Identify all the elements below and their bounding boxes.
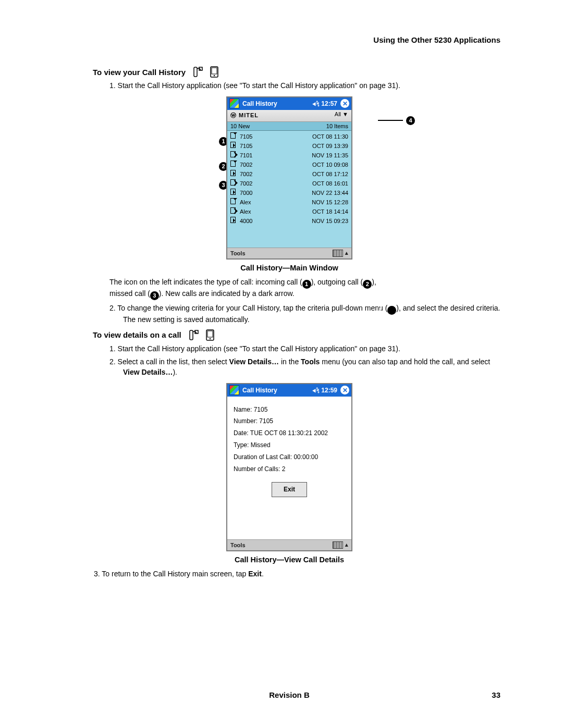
out-call-icon — [230, 217, 238, 223]
svg-rect-5 — [190, 330, 193, 340]
up-arrow-icon[interactable]: ▴ — [345, 250, 348, 256]
detail-number: Number: 7105 — [234, 415, 345, 427]
in-call-icon — [230, 161, 238, 167]
call-row[interactable]: AlexNOV 15 12:28 — [227, 198, 351, 207]
pda-icon — [210, 66, 219, 78]
svg-rect-8 — [207, 331, 213, 337]
keyboard-icon[interactable] — [333, 541, 343, 549]
call-number: 4000 — [240, 217, 268, 225]
brand-label: ⓦ MITEL — [230, 112, 259, 119]
pda-title: Call History — [242, 100, 277, 107]
new-count: 10 New — [230, 123, 250, 129]
call-datetime: OCT 08 17:12 — [312, 170, 348, 178]
call-datetime: OCT 09 13:39 — [312, 142, 348, 150]
in-call-icon — [230, 198, 238, 204]
call-number: 7101 — [240, 151, 268, 159]
call-number: Alex — [240, 198, 268, 206]
revision-label: Revision B — [269, 690, 310, 699]
figure-caption: Call History—Main Window — [78, 264, 500, 272]
call-row[interactable]: 7105OCT 08 11:30 — [227, 132, 351, 141]
call-list: 7105OCT 08 11:307105OCT 09 13:397101NOV … — [227, 131, 351, 248]
call-row[interactable]: 4000NOV 15 09:23 — [227, 216, 351, 226]
windows-flag-icon — [229, 385, 239, 395]
call-datetime: NOV 15 09:23 — [312, 217, 348, 225]
detail-type: Type: Missed — [234, 439, 345, 451]
step-text: Select a call in the list, then select V… — [109, 357, 500, 377]
call-row[interactable]: 7000NOV 22 13:44 — [227, 188, 351, 198]
miss-call-icon — [230, 179, 238, 186]
brand-bar: ⓦ MITEL All ▼ — [227, 110, 351, 122]
call-number: 7000 — [240, 189, 268, 197]
pda-time: ◀ᛪ 12:57 — [312, 100, 337, 107]
miss-call-icon — [230, 151, 238, 157]
detail-calls: Number of Calls: 2 — [234, 463, 345, 475]
icon-explanation: The icon on the left indicates the type … — [109, 277, 500, 300]
call-row[interactable]: 7002OCT 08 16:01 — [227, 179, 351, 188]
call-number: 7002 — [240, 179, 268, 188]
items-count: 10 Items — [326, 123, 348, 129]
step-text: Start the Call History application (see … — [109, 81, 500, 91]
call-number: 7105 — [240, 142, 268, 150]
section-title: To view your Call History — [93, 68, 186, 77]
call-number: 7105 — [240, 132, 268, 141]
pda-title: Call History — [242, 387, 277, 394]
windows-flag-icon — [229, 98, 239, 108]
close-icon[interactable]: ✕ — [340, 99, 349, 108]
pda-icon — [205, 329, 215, 341]
handset-icon — [193, 66, 206, 78]
page-number: 33 — [492, 690, 500, 699]
miss-call-icon — [230, 207, 238, 214]
step-text: To return to the Call History main scree… — [94, 569, 500, 579]
figure-caption: Call History—View Call Details — [78, 556, 500, 564]
detail-body: Name: 7105 Number: 7105 Date: TUE OCT 08… — [227, 397, 351, 539]
call-datetime: OCT 10 09:08 — [312, 161, 348, 169]
tools-menu[interactable]: Tools — [230, 250, 246, 256]
up-arrow-icon[interactable]: ▴ — [345, 541, 348, 548]
call-datetime: NOV 22 13:44 — [312, 189, 348, 197]
pda-time: ◀ᛪ 12:59 — [312, 387, 337, 394]
detail-date: Date: TUE OCT 08 11:30:21 2002 — [234, 427, 345, 439]
call-datetime: NOV 19 11:35 — [312, 151, 348, 159]
pda-toolbar: Tools ▴ — [227, 539, 351, 550]
exit-button[interactable]: Exit — [272, 482, 307, 497]
callout-4: 4 — [378, 116, 415, 125]
out-call-icon — [230, 189, 238, 195]
count-bar: 10 New 10 Items — [227, 122, 351, 131]
svg-point-4 — [214, 75, 215, 76]
page-footer: Revision B 33 — [78, 690, 500, 699]
pda-titlebar: Call History ◀ᛪ 12:57 ✕ — [227, 97, 351, 110]
close-icon[interactable]: ✕ — [340, 386, 349, 394]
call-datetime: OCT 08 16:01 — [312, 179, 348, 188]
filter-dropdown[interactable]: All ▼ — [335, 111, 348, 117]
pda-call-details: Call History ◀ᛪ 12:59 ✕ Name: 7105 Numbe… — [226, 383, 352, 551]
call-datetime: OCT 18 14:14 — [312, 207, 348, 216]
call-datetime: NOV 15 12:28 — [312, 198, 348, 206]
call-row[interactable]: 7002OCT 08 17:12 — [227, 169, 351, 179]
section-view-call-history: To view your Call History — [93, 66, 500, 78]
keyboard-icon[interactable] — [333, 250, 343, 257]
call-number: 7002 — [240, 161, 268, 169]
call-number: 7002 — [240, 170, 268, 178]
out-call-icon — [230, 142, 238, 148]
tools-menu[interactable]: Tools — [230, 542, 246, 548]
pda-titlebar: Call History ◀ᛪ 12:59 ✕ — [227, 384, 351, 397]
call-row[interactable]: 7105OCT 09 13:39 — [227, 141, 351, 151]
out-call-icon — [230, 170, 238, 176]
call-datetime: OCT 08 11:30 — [312, 132, 348, 141]
detail-duration: Duration of Last Call: 00:00:00 — [234, 451, 345, 463]
section-view-details: To view details on a call — [93, 329, 500, 341]
call-row[interactable]: 7002OCT 10 09:08 — [227, 160, 351, 169]
svg-rect-0 — [194, 67, 197, 77]
step-text: To change the viewing criteria for your … — [109, 303, 500, 325]
handset-icon — [189, 329, 202, 341]
pda-toolbar: Tools ▴ — [227, 248, 351, 258]
page-header: Using the Other 5230 Applications — [78, 35, 500, 44]
svg-rect-3 — [212, 68, 217, 74]
detail-name: Name: 7105 — [234, 404, 345, 416]
pda-call-history-main: Call History ◀ᛪ 12:57 ✕ ⓦ MITEL All ▼ 10… — [226, 96, 352, 260]
step-text: Start the Call History application (see … — [109, 344, 500, 354]
call-row[interactable]: AlexOCT 18 14:14 — [227, 207, 351, 216]
call-number: Alex — [240, 207, 268, 216]
svg-point-9 — [210, 338, 211, 339]
call-row[interactable]: 7101NOV 19 11:35 — [227, 151, 351, 160]
